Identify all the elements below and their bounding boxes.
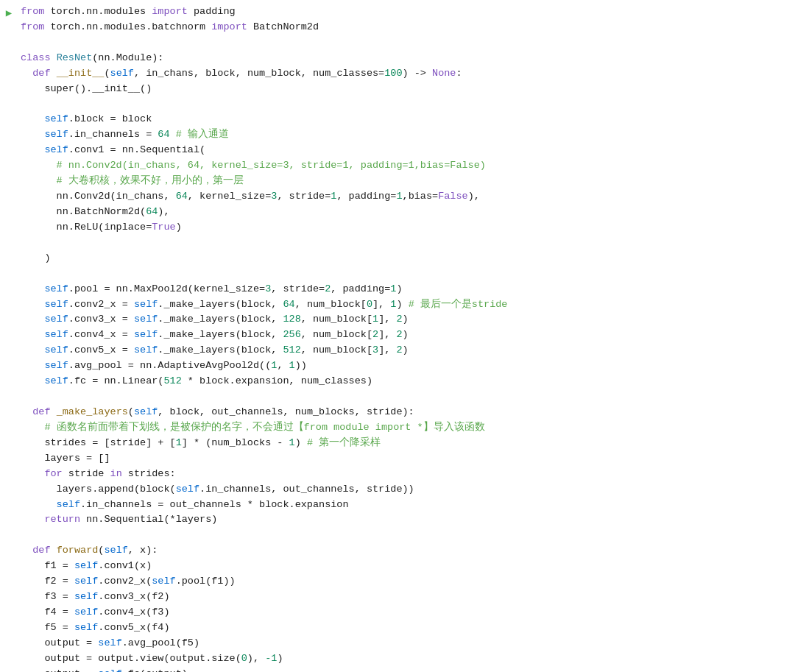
code-line: # 大卷积核，效果不好，用小的，第一层 [21,174,783,189]
code-line: self.fc = nn.Linear(512 * block.expansio… [21,374,783,389]
code-line: layers = [] [21,451,783,467]
code-line: output = self.fc(output) [21,667,783,672]
code-editor: ▶ from torch.nn.modules import padding f… [0,0,795,672]
code-line: self.in_channels = 64 # 输入通道 [21,127,783,143]
code-line [21,35,783,51]
code-line: for stride in strides: [21,467,783,482]
code-line: def _make_layers(self, block, out_channe… [21,405,783,420]
code-line: nn.Conv2d(in_chans, 64, kernel_size=3, s… [21,189,783,205]
code-line: f3 = self.conv3_x(f2) [21,590,783,605]
code-line: self.block = block [21,112,783,127]
code-line: ) [21,251,783,266]
code-line: self.conv5_x = self._make_layers(block, … [21,343,783,358]
code-line: self.pool = nn.MaxPool2d(kernel_size=3, … [21,282,783,297]
code-line [21,389,783,405]
code-line: class ResNet(nn.Module): [21,51,783,66]
run-button[interactable]: ▶ [3,7,15,19]
code-line: nn.BatchNorm2d(64), [21,205,783,220]
code-line: nn.ReLU(inplace=True) [21,220,783,236]
code-line: layers.append(block(self.in_channels, ou… [21,482,783,498]
code-line: output = self.avg_pool(f5) [21,636,783,651]
code-line: f2 = self.conv2_x(self.pool(f1)) [21,574,783,590]
code-block: from torch.nn.modules import padding fro… [0,4,795,672]
code-line: def __init__(self, in_chans, block, num_… [21,66,783,82]
code-line: f1 = self.conv1(x) [21,559,783,574]
code-line: strides = [stride] + [1] * (num_blocks -… [21,436,783,451]
code-line: self.in_channels = out_channels * block.… [21,498,783,513]
code-line: # nn.Conv2d(in_chans, 64, kernel_size=3,… [21,158,783,174]
code-line: self.conv3_x = self._make_layers(block, … [21,312,783,328]
code-line: output = output.view(output.size(0), -1) [21,651,783,667]
code-line [21,528,783,543]
code-line: super().__init__() [21,82,783,97]
code-line: self.conv4_x = self._make_layers(block, … [21,328,783,343]
code-line: # 函数名前面带着下划线，是被保护的名字，不会通过【from module im… [21,420,783,436]
code-line [21,236,783,251]
code-line: from torch.nn.modules.batchnorm import B… [21,20,783,35]
code-line: from torch.nn.modules import padding [21,4,783,20]
code-line: f4 = self.conv4_x(f3) [21,605,783,620]
code-line [21,97,783,113]
code-line: self.conv1 = nn.Sequential( [21,143,783,158]
code-line: self.conv2_x = self._make_layers(block, … [21,297,783,313]
code-line: def forward(self, x): [21,543,783,559]
code-line: self.avg_pool = nn.AdaptiveAvgPool2d((1,… [21,358,783,374]
code-line: return nn.Sequential(*layers) [21,512,783,528]
code-line: f5 = self.conv5_x(f4) [21,620,783,636]
code-line [21,266,783,282]
